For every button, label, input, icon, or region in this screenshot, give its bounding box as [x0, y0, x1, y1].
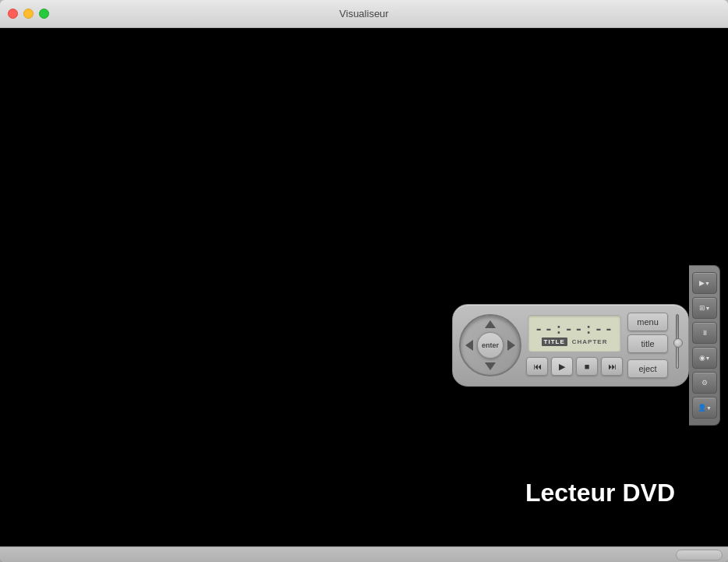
lcd-display: --:--:-- TITLE CHAPTER: [528, 315, 621, 352]
remote-control: enter --:--:-- TITLE CHAPTER ⏮ ▶: [452, 265, 720, 426]
side-audio-button[interactable]: ◉ ▼: [692, 347, 717, 369]
dpad: enter: [459, 314, 521, 376]
side-pause-button[interactable]: ⏸: [692, 322, 717, 344]
scrollbar-thumb[interactable]: [676, 550, 723, 560]
dvd-label: Lecteur DVD: [525, 479, 681, 507]
dpad-down-button[interactable]: [485, 362, 496, 370]
side-grid-icon: ⊞: [699, 304, 705, 312]
eject-button[interactable]: eject: [627, 359, 668, 378]
side-play-icon: ▶: [699, 279, 705, 287]
bottombar: [0, 546, 728, 562]
side-subtitle-icon: 👤: [698, 404, 706, 412]
side-pause-icon: ⏸: [701, 329, 709, 337]
menu-eject-column: menu title eject: [627, 313, 668, 378]
dpad-section: enter: [459, 314, 521, 376]
lcd-labels: TITLE CHAPTER: [542, 338, 608, 346]
window-title: Visualiseur: [339, 8, 388, 19]
side-panel: ▶ ▼ ⊞ ▼ ⏸ ◉ ▼ ⚙ 👤 ▼: [689, 265, 720, 426]
side-camera-button[interactable]: ⚙: [692, 372, 717, 394]
dpad-right-button[interactable]: [507, 340, 515, 351]
side-subtitle-button[interactable]: 👤 ▼: [692, 397, 717, 419]
close-button[interactable]: [8, 9, 18, 19]
minimize-button[interactable]: [23, 9, 34, 19]
side-play-button[interactable]: ▶ ▼: [692, 272, 717, 294]
side-audio-arrow-icon: ▼: [705, 355, 711, 361]
side-play-arrow-icon: ▼: [705, 281, 710, 286]
maximize-button[interactable]: [39, 9, 49, 19]
lcd-chapter-label: CHAPTER: [572, 338, 608, 345]
title-button[interactable]: title: [627, 334, 668, 353]
content-area: Lecteur DVD enter: [0, 28, 728, 546]
volume-slider-area[interactable]: [673, 314, 682, 376]
dpad-enter-button[interactable]: enter: [477, 332, 504, 359]
side-grid-button[interactable]: ⊞ ▼: [692, 297, 717, 319]
side-camera-icon: ⚙: [701, 379, 708, 387]
lcd-title-label: TITLE: [542, 338, 567, 346]
dpad-up-button[interactable]: [485, 320, 496, 328]
volume-slider-thumb[interactable]: [673, 338, 683, 348]
fast-forward-button[interactable]: ⏭: [601, 357, 623, 376]
display-section: --:--:-- TITLE CHAPTER ⏮ ▶ ■ ⏭: [526, 315, 623, 376]
rewind-button[interactable]: ⏮: [526, 357, 548, 376]
lcd-time: --:--:--: [535, 322, 614, 338]
side-subtitle-arrow-icon: ▼: [706, 405, 712, 411]
window-controls: [8, 9, 49, 19]
remote-main-body: enter --:--:-- TITLE CHAPTER ⏮ ▶: [452, 304, 689, 387]
stop-button[interactable]: ■: [576, 357, 598, 376]
main-window: Visualiseur Lecteur DVD enter: [0, 0, 728, 562]
dvd-label-text: Lecteur DVD: [525, 479, 675, 507]
play-button[interactable]: ▶: [551, 357, 573, 376]
dpad-left-button[interactable]: [465, 340, 473, 351]
titlebar: Visualiseur: [0, 0, 728, 28]
side-audio-icon: ◉: [699, 354, 705, 362]
side-grid-arrow-icon: ▼: [705, 306, 711, 311]
transport-controls: ⏮ ▶ ■ ⏭: [526, 357, 623, 376]
menu-button[interactable]: menu: [627, 313, 668, 331]
volume-slider-track: [676, 314, 679, 369]
